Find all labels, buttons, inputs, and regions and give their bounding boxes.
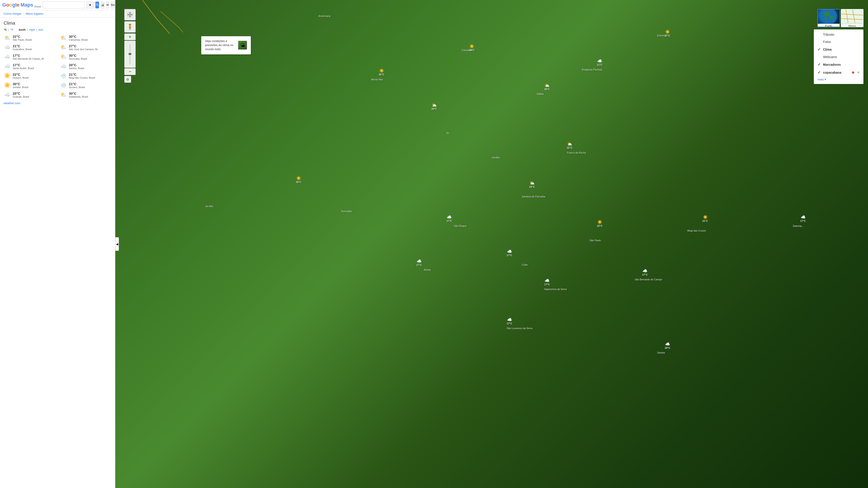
logo-maps: Maps bbox=[21, 2, 33, 8]
search-icon bbox=[95, 3, 99, 6]
weather-item-6[interactable]: ☁️ 17°C Santo André, Brasil bbox=[4, 63, 55, 70]
weather-city: Mogi das Cruzes, Brasil bbox=[69, 76, 95, 79]
popup-text: Veja condições e previsões do clima no m… bbox=[205, 39, 236, 52]
zoom-controls: + − bbox=[124, 33, 135, 75]
weather-link-container: weather.com bbox=[4, 101, 112, 105]
unit-mph[interactable]: mph bbox=[29, 28, 35, 31]
weather-grid: ⛅ 22°C São Paulo, Brasil ⛅ 30°C Campinas… bbox=[4, 34, 112, 98]
weather-temp: 30°C bbox=[13, 82, 28, 86]
weather-city: Guarulhos, Brasil bbox=[13, 48, 32, 51]
weather-city: Suzano, Brasil bbox=[69, 86, 85, 89]
weather-temp: 21°C bbox=[13, 44, 32, 48]
share-button[interactable]: ✉ bbox=[106, 2, 109, 8]
unit-ms[interactable]: m/s bbox=[38, 28, 43, 31]
zoom-in-button[interactable]: + bbox=[124, 33, 135, 40]
search-input[interactable] bbox=[43, 2, 85, 8]
weather-temp: 30°C bbox=[69, 54, 87, 57]
americana-label: Americana bbox=[318, 15, 329, 18]
logo-brasil: Brasil bbox=[35, 5, 41, 8]
weather-item-5[interactable]: ⛅ 30°C Sorocaba, Brasil bbox=[60, 53, 112, 60]
sidebar: Clima °C | °F km/h | mph | m/s ⛅ 22°C Sã… bbox=[0, 18, 115, 184]
logo: Google Maps Brasil bbox=[2, 2, 41, 8]
unit-fahrenheit[interactable]: °F bbox=[10, 28, 13, 31]
como-chegar-link[interactable]: Como chegar bbox=[4, 12, 21, 15]
weather-item-1[interactable]: ⛅ 30°C Campinas, Brasil bbox=[60, 34, 112, 41]
weather-temp: 20°C bbox=[13, 92, 29, 95]
weather-item-11[interactable]: 🌧️ 21°C Suzano, Brasil bbox=[60, 82, 112, 89]
weather-city: Santo André, Brasil bbox=[13, 67, 34, 70]
street-view-pegman[interactable]: 🧍 bbox=[124, 21, 135, 33]
weather-temp: 21°C bbox=[69, 72, 95, 76]
weather-city: Indaiatuba, Brasil bbox=[69, 95, 88, 98]
unit-selector: °C | °F km/h | mph | m/s bbox=[4, 28, 112, 31]
zoom-out-button[interactable]: − bbox=[124, 68, 135, 75]
unit-celsius[interactable]: °C bbox=[4, 28, 7, 31]
weather-item-2[interactable]: ☁️ 21°C Guarulhos, Brasil bbox=[4, 43, 55, 51]
map-controls: 🧍 + − ⊙ bbox=[124, 9, 135, 83]
weather-item-9[interactable]: 🌧️ 21°C Mogi das Cruzes, Brasil bbox=[60, 72, 112, 79]
weather-temp: 17°C bbox=[13, 63, 34, 67]
weather-city: Santos, Brasil bbox=[69, 67, 84, 70]
meus-lugares-link[interactable]: Meus lugares bbox=[26, 12, 43, 15]
weather-temp: 17°C bbox=[13, 54, 44, 57]
weather-city: São José dos Campos, Br bbox=[69, 48, 98, 51]
search-dropdown[interactable]: ▼ bbox=[87, 2, 94, 8]
weather-item-8[interactable]: ☀️ 22°C Osasco, Brasil bbox=[4, 72, 55, 79]
weather-item-3[interactable]: ⛅ 27°C São José dos Campos, Br bbox=[60, 43, 112, 51]
weather-item-7[interactable]: ☁️ 20°C Santos, Brasil bbox=[60, 63, 112, 70]
weather-temp: 21°C bbox=[69, 82, 85, 86]
logo-google: Google bbox=[2, 2, 20, 8]
navigation: Como chegar Meus lugares bbox=[0, 10, 115, 18]
map-area[interactable]: ◀ 🧍 + − ⊙ bbox=[115, 0, 329, 184]
weather-item-4[interactable]: ☁️ 17°C São Bernardo do Campo, Br bbox=[4, 53, 55, 60]
go-button[interactable]: Go bbox=[111, 2, 115, 8]
weather-city: São Bernardo do Campo, Br bbox=[13, 57, 44, 60]
search-button[interactable] bbox=[95, 2, 99, 8]
weather-popup: Veja condições e previsões do clima no m… bbox=[201, 36, 251, 55]
svg-point-5 bbox=[129, 14, 131, 15]
weather-city: Sorocaba, Brasil bbox=[69, 57, 87, 60]
weather-temp: 27°C bbox=[69, 44, 98, 48]
sidebar-title: Clima bbox=[4, 21, 112, 26]
weather-temp: 30°C bbox=[69, 92, 88, 95]
weather-city: São Paulo, Brasil bbox=[13, 38, 32, 41]
weather-item-10[interactable]: ☀️ 30°C Jundiaí, Brasil bbox=[4, 82, 55, 89]
weather-temp: 22°C bbox=[13, 35, 32, 38]
unit-kmh[interactable]: km/h bbox=[19, 28, 26, 31]
popup-weather-icon: 🌤 bbox=[238, 41, 247, 50]
weather-item-0[interactable]: ⛅ 22°C São Paulo, Brasil bbox=[4, 34, 55, 41]
weather-temp: 30°C bbox=[69, 35, 88, 38]
weather-city: Jundiaí, Brasil bbox=[13, 86, 28, 89]
map-weather-marker-6: ☀️ 30°C bbox=[296, 176, 302, 184]
weather-com-link[interactable]: weather.com bbox=[4, 101, 20, 105]
weather-temp: 22°C bbox=[13, 72, 29, 76]
weather-city: Guarujá, Brasil bbox=[13, 95, 29, 98]
weather-temp: 20°C bbox=[69, 63, 84, 67]
weather-item-13[interactable]: ⛅ 30°C Indaiatuba, Brasil bbox=[60, 91, 112, 98]
map-markers-container: Americana Campinas Extrema Bragança Paul… bbox=[115, 0, 329, 184]
print-button[interactable]: 🖨 bbox=[101, 2, 104, 8]
weather-city: Campinas, Brasil bbox=[69, 38, 88, 41]
pan-control[interactable] bbox=[124, 9, 135, 20]
weather-city: Osasco, Brasil bbox=[13, 76, 29, 79]
pan-icon bbox=[127, 11, 133, 18]
gps-button[interactable]: ⊙ bbox=[124, 76, 131, 83]
header: Google Maps Brasil ▼ 🖨 ✉ Go bbox=[0, 0, 115, 10]
zoom-slider[interactable] bbox=[124, 41, 135, 68]
weather-item-12[interactable]: ☁️ 20°C Guarujá, Brasil bbox=[4, 91, 55, 98]
